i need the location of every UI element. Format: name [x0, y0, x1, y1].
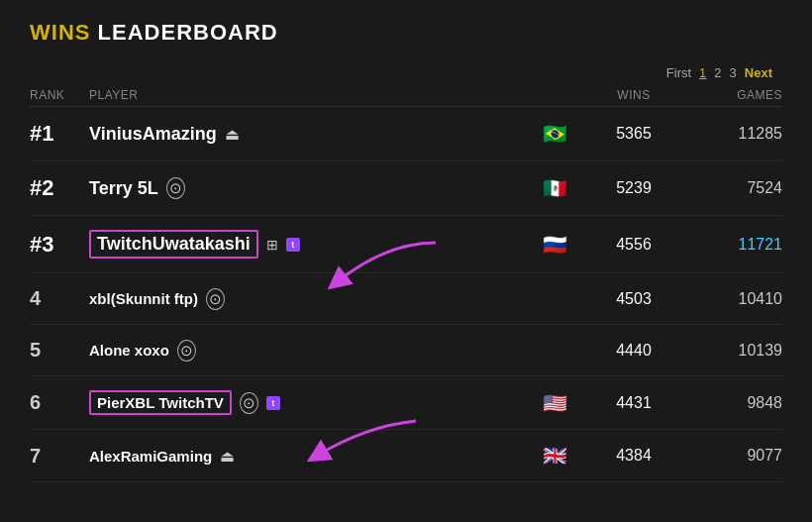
- pagination: First 1 2 3 Next: [30, 65, 782, 80]
- player-cell: AlexRamiGaming ⏏: [89, 447, 525, 466]
- wins-value: 4384: [584, 447, 683, 465]
- next-page-button[interactable]: Next: [745, 65, 772, 80]
- games-value: 10410: [683, 290, 782, 308]
- title-wins: WINS: [30, 20, 90, 45]
- xbox-icon: ⊙: [206, 288, 225, 310]
- rank-value: 4: [30, 287, 89, 310]
- player-name: ViniusAmazing: [89, 124, 217, 145]
- wins-value: 5365: [584, 125, 683, 143]
- page-3-link[interactable]: 3: [730, 65, 737, 80]
- flag-cell: 🇲🇽: [525, 176, 584, 200]
- column-headers: RANK PLAYER WINS GAMES: [30, 84, 782, 107]
- twitch-icon: t: [266, 396, 280, 410]
- page-1-link[interactable]: 1: [699, 65, 706, 80]
- player-cell: xbl(Skunnit ftp) ⊙: [89, 288, 525, 310]
- table-row: 6 PierXBL TwitchTV ⊙ t 🇺🇸 4431 9848: [30, 376, 782, 430]
- flag-cell: 🇺🇸: [525, 391, 584, 415]
- playstation-icon: ⏏: [220, 447, 235, 466]
- rank-value: 5: [30, 339, 89, 362]
- games-value: 7524: [683, 179, 782, 197]
- games-value: 10139: [683, 342, 782, 360]
- games-header: GAMES: [683, 88, 782, 102]
- wins-value: 4440: [584, 342, 683, 360]
- player-cell: Terry 5L ⊙: [89, 177, 525, 199]
- games-value: 11721: [683, 236, 782, 254]
- wins-value: 4503: [584, 290, 683, 308]
- player-name: Terry 5L: [89, 178, 158, 199]
- wins-value: 5239: [584, 179, 683, 197]
- games-value: 9848: [683, 394, 782, 412]
- table-row: 4 xbl(Skunnit ftp) ⊙ 4503 10410: [30, 273, 782, 325]
- windows-icon: ⊞: [266, 237, 278, 253]
- xbox-icon: ⊙: [240, 392, 258, 414]
- flag-cell: 🇷🇺: [525, 233, 584, 257]
- player-header: PLAYER: [89, 88, 525, 102]
- player-cell: PierXBL TwitchTV ⊙ t: [89, 390, 525, 415]
- page-title: WINS LEADERBOARD: [30, 20, 782, 46]
- table-row: #3 TwitchUwatakashi ⊞ t 🇷🇺 4556 11721: [30, 216, 782, 273]
- flag-cell: 🇧🇷: [525, 122, 584, 146]
- twitch-icon: t: [286, 238, 300, 252]
- games-value: 9077: [683, 447, 782, 465]
- wins-header: WINS: [584, 88, 683, 102]
- table-row: #2 Terry 5L ⊙ 🇲🇽 5239 7524: [30, 161, 782, 216]
- first-page-link[interactable]: First: [666, 65, 691, 80]
- player-cell: TwitchUwatakashi ⊞ t: [89, 230, 525, 259]
- table-row: 7 AlexRamiGaming ⏏ 🇬🇧 4384 9077: [30, 430, 782, 482]
- title-leaderboard: LEADERBOARD: [90, 20, 277, 45]
- leaderboard-table: #1 ViniusAmazing ⏏ 🇧🇷 5365 11285 #2 Terr…: [30, 107, 782, 482]
- player-name: xbl(Skunnit ftp): [89, 290, 198, 307]
- player-cell: ViniusAmazing ⏏: [89, 124, 525, 145]
- player-name: AlexRamiGaming: [89, 448, 212, 465]
- table-row: 5 Alone xoxo ⊙ 4440 10139: [30, 325, 782, 376]
- player-cell: Alone xoxo ⊙: [89, 340, 525, 362]
- rank-value: #2: [30, 175, 89, 201]
- playstation-icon: ⏏: [225, 125, 240, 144]
- xbox-icon: ⊙: [166, 177, 185, 199]
- xbox-icon: ⊙: [177, 340, 196, 362]
- rank-value: #1: [30, 121, 89, 147]
- wins-value: 4431: [584, 394, 683, 412]
- flag-cell: 🇬🇧: [525, 444, 584, 468]
- games-value: 11285: [683, 125, 782, 143]
- player-name: TwitchUwatakashi: [89, 230, 258, 259]
- player-name: PierXBL TwitchTV: [89, 390, 232, 415]
- rank-value: #3: [30, 232, 89, 258]
- player-name: Alone xoxo: [89, 342, 169, 359]
- rank-header: RANK: [30, 88, 89, 102]
- rank-value: 6: [30, 391, 89, 414]
- table-row: #1 ViniusAmazing ⏏ 🇧🇷 5365 11285: [30, 107, 782, 161]
- rank-value: 7: [30, 445, 89, 468]
- page-2-link[interactable]: 2: [714, 65, 721, 80]
- wins-value: 4556: [584, 236, 683, 254]
